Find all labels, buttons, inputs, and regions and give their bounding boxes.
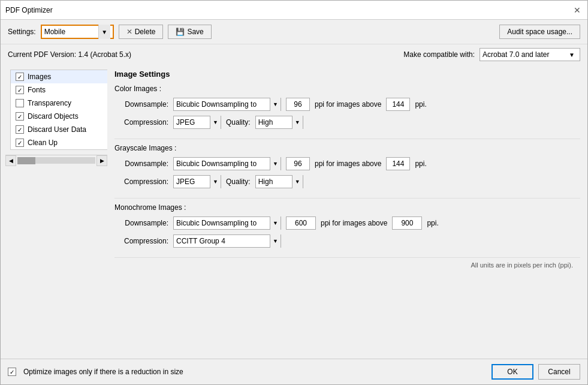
delete-icon: ✕ (126, 28, 132, 36)
color-quality-select[interactable]: High ▼ (255, 116, 303, 129)
sidebar-label-transparency: Transparency (28, 99, 71, 107)
mono-downsample-ppi-input[interactable] (286, 216, 316, 230)
color-compression-row: Compression: JPEG ▼ Quality: High ▼ (114, 116, 580, 129)
bottom-bar: Optimize images only if there is a reduc… (1, 359, 587, 384)
settings-dropdown[interactable]: Mobile ▼ (41, 25, 114, 39)
color-above-ppi-input[interactable] (386, 98, 410, 111)
sidebar-item-discard-objects[interactable]: Discard Objects (11, 110, 111, 123)
version-bar: Current PDF Version: 1.4 (Acrobat 5.x) M… (1, 44, 587, 65)
gray-quality-arrow[interactable]: ▼ (292, 175, 303, 188)
sidebar-item-discard-user-data[interactable]: Discard User Data (11, 123, 111, 136)
mono-compression-arrow[interactable]: ▼ (270, 234, 281, 248)
color-downsample-arrow[interactable]: ▼ (270, 98, 281, 111)
monochrome-images-title: Monochrome Images : (114, 203, 580, 212)
cancel-button[interactable]: Cancel (538, 364, 580, 380)
gray-ppi-label: ppi. (415, 160, 426, 168)
dialog-window: PDF Optimizer ✕ Settings: Mobile ▼ ✕ Del… (0, 0, 588, 385)
optimize-checkbox[interactable] (8, 368, 16, 376)
color-compression-arrow[interactable]: ▼ (210, 116, 221, 129)
footer-note: All units are in pixels per inch (ppi). (114, 257, 580, 272)
mono-downsample-select[interactable]: Bicubic Downsampling to ▼ (173, 216, 281, 230)
checkbox-images[interactable] (16, 73, 24, 81)
color-images-title: Color Images : (114, 85, 580, 93)
sidebar-item-transparency[interactable]: Transparency (11, 97, 111, 110)
gray-quality-label: Quality: (226, 178, 251, 186)
monochrome-images-section: Monochrome Images : Downsample: Bicubic … (114, 203, 580, 248)
sidebar: Images Fonts Transparency Discard Object… (10, 70, 112, 150)
settings-label: Settings: (8, 28, 36, 36)
compat-value: Acrobat 7.0 and later (483, 50, 566, 59)
toolbar: Settings: Mobile ▼ ✕ Delete 💾 Save Audit… (1, 20, 587, 44)
compat-section: Make compatible with: Acrobat 7.0 and la… (403, 48, 580, 61)
sidebar-item-images[interactable]: Images (11, 70, 111, 83)
mono-above-ppi-input[interactable] (392, 216, 422, 230)
checkbox-transparency[interactable] (16, 99, 24, 107)
sidebar-label-discard-user-data: Discard User Data (28, 125, 86, 134)
scroll-right-btn[interactable]: ▶ (97, 155, 107, 166)
optimize-check-row: Optimize images only if there is a reduc… (8, 368, 487, 376)
gray-quality-select[interactable]: High ▼ (255, 175, 303, 188)
audit-button[interactable]: Audit space usage... (499, 25, 580, 39)
color-downsample-label: Downsample: (114, 100, 168, 109)
gray-compression-value: JPEG (174, 178, 210, 186)
gray-compression-row: Compression: JPEG ▼ Quality: High ▼ (114, 175, 580, 188)
close-button[interactable]: ✕ (572, 5, 583, 16)
checkbox-fonts[interactable] (16, 86, 24, 94)
color-downsample-select[interactable]: Bicubic Downsampling to ▼ (173, 98, 281, 111)
checkbox-clean-up[interactable] (16, 139, 24, 147)
sidebar-item-fonts[interactable]: Fonts (11, 83, 111, 97)
gray-compression-arrow[interactable]: ▼ (210, 175, 221, 188)
compat-dropdown-arrow[interactable]: ▼ (566, 48, 577, 61)
color-ppi-label: ppi. (415, 100, 426, 109)
sidebar-scrollbar: ◀ ▶ (5, 155, 107, 166)
grayscale-images-title: Grayscale Images : (114, 144, 580, 152)
gray-above-ppi-input[interactable] (386, 157, 410, 170)
settings-dropdown-arrow[interactable]: ▼ (98, 25, 110, 39)
main-content: Images Fonts Transparency Discard Object… (1, 65, 587, 359)
sidebar-label-fonts: Fonts (28, 86, 46, 94)
color-compression-value: JPEG (174, 118, 210, 127)
delete-button[interactable]: ✕ Delete (119, 25, 164, 39)
sidebar-item-clean-up[interactable]: Clean Up (11, 136, 111, 149)
grayscale-images-section: Grayscale Images : Downsample: Bicubic D… (114, 144, 580, 188)
checkbox-discard-objects[interactable] (16, 112, 24, 121)
mono-compression-select[interactable]: CCITT Group 4 ▼ (173, 234, 281, 248)
gray-downsample-arrow[interactable]: ▼ (270, 157, 281, 170)
color-quality-arrow[interactable]: ▼ (292, 116, 303, 129)
gray-above-label: ppi for images above (315, 160, 381, 168)
compat-dropdown[interactable]: Acrobat 7.0 and later ▼ (480, 48, 580, 61)
gray-compression-select[interactable]: JPEG ▼ (173, 175, 221, 188)
settings-input[interactable]: Mobile (44, 28, 98, 36)
color-compression-label: Compression: (114, 118, 168, 127)
bottom-buttons: OK Cancel (491, 364, 580, 380)
color-compression-select[interactable]: JPEG ▼ (173, 116, 221, 129)
gray-downsample-ppi-input[interactable] (286, 157, 310, 170)
mono-compression-label: Compression: (114, 237, 168, 245)
gray-downsample-select[interactable]: Bicubic Downsampling to ▼ (173, 157, 281, 170)
dialog-title: PDF Optimizer (5, 6, 53, 14)
scroll-left-btn[interactable]: ◀ (5, 155, 16, 166)
optimize-check-label: Optimize images only if there is a reduc… (23, 368, 183, 376)
mono-compression-row: Compression: CCITT Group 4 ▼ (114, 234, 580, 248)
color-downsample-ppi-input[interactable] (286, 98, 310, 111)
section-title: Image Settings (114, 70, 580, 79)
mono-downsample-label: Downsample: (114, 219, 168, 227)
ok-button[interactable]: OK (491, 364, 533, 380)
mono-compression-value: CCITT Group 4 (174, 237, 270, 245)
title-bar: PDF Optimizer ✕ (1, 1, 587, 20)
current-version: Current PDF Version: 1.4 (Acrobat 5.x) (8, 50, 131, 59)
compat-label: Make compatible with: (403, 50, 475, 59)
mono-downsample-arrow[interactable]: ▼ (270, 216, 281, 230)
content-area: Image Settings Color Images : Downsample… (107, 65, 587, 359)
sidebar-label-clean-up: Clean Up (28, 139, 58, 147)
save-button[interactable]: 💾 Save (168, 25, 211, 39)
color-downsample-value: Bicubic Downsampling to (174, 100, 270, 109)
mono-above-label: ppi for images above (321, 219, 387, 227)
gray-downsample-label: Downsample: (114, 160, 168, 168)
checkbox-discard-user-data[interactable] (16, 125, 24, 134)
color-quality-label: Quality: (226, 118, 251, 127)
mono-downsample-row: Downsample: Bicubic Downsampling to ▼ pp… (114, 216, 580, 230)
gray-quality-value: High (256, 178, 292, 186)
sidebar-label-discard-objects: Discard Objects (28, 112, 79, 121)
color-downsample-row: Downsample: Bicubic Downsampling to ▼ pp… (114, 98, 580, 111)
